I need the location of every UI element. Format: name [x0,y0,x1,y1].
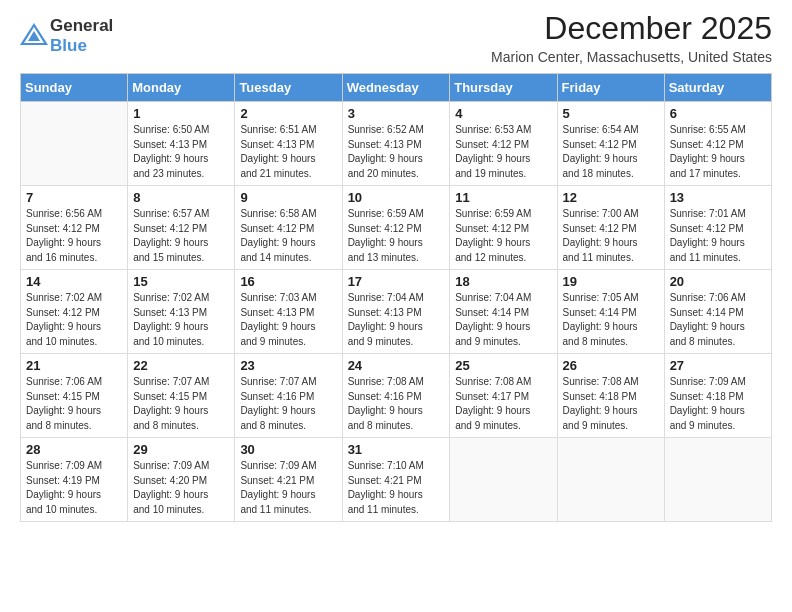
day-info: Sunrise: 7:07 AM Sunset: 4:16 PM Dayligh… [240,375,336,433]
day-info: Sunrise: 7:03 AM Sunset: 4:13 PM Dayligh… [240,291,336,349]
location-title: Marion Center, Massachusetts, United Sta… [491,49,772,65]
day-info: Sunrise: 6:59 AM Sunset: 4:12 PM Dayligh… [455,207,551,265]
day-number: 5 [563,106,659,121]
calendar-cell: 15Sunrise: 7:02 AM Sunset: 4:13 PM Dayli… [128,270,235,354]
day-info: Sunrise: 6:55 AM Sunset: 4:12 PM Dayligh… [670,123,766,181]
calendar-cell: 24Sunrise: 7:08 AM Sunset: 4:16 PM Dayli… [342,354,450,438]
calendar-cell: 22Sunrise: 7:07 AM Sunset: 4:15 PM Dayli… [128,354,235,438]
header-saturday: Saturday [664,74,771,102]
day-number: 27 [670,358,766,373]
day-info: Sunrise: 7:08 AM Sunset: 4:18 PM Dayligh… [563,375,659,433]
calendar-cell: 30Sunrise: 7:09 AM Sunset: 4:21 PM Dayli… [235,438,342,522]
week-row-0: 1Sunrise: 6:50 AM Sunset: 4:13 PM Daylig… [21,102,772,186]
month-title: December 2025 [491,10,772,47]
header-tuesday: Tuesday [235,74,342,102]
day-number: 4 [455,106,551,121]
week-row-2: 14Sunrise: 7:02 AM Sunset: 4:12 PM Dayli… [21,270,772,354]
day-info: Sunrise: 7:10 AM Sunset: 4:21 PM Dayligh… [348,459,445,517]
calendar-cell: 20Sunrise: 7:06 AM Sunset: 4:14 PM Dayli… [664,270,771,354]
calendar-cell: 10Sunrise: 6:59 AM Sunset: 4:12 PM Dayli… [342,186,450,270]
calendar-cell: 2Sunrise: 6:51 AM Sunset: 4:13 PM Daylig… [235,102,342,186]
day-number: 20 [670,274,766,289]
calendar-cell: 25Sunrise: 7:08 AM Sunset: 4:17 PM Dayli… [450,354,557,438]
day-info: Sunrise: 6:53 AM Sunset: 4:12 PM Dayligh… [455,123,551,181]
calendar-cell: 6Sunrise: 6:55 AM Sunset: 4:12 PM Daylig… [664,102,771,186]
calendar-cell: 9Sunrise: 6:58 AM Sunset: 4:12 PM Daylig… [235,186,342,270]
day-info: Sunrise: 6:57 AM Sunset: 4:12 PM Dayligh… [133,207,229,265]
day-info: Sunrise: 6:52 AM Sunset: 4:13 PM Dayligh… [348,123,445,181]
day-number: 24 [348,358,445,373]
day-number: 19 [563,274,659,289]
calendar-cell: 27Sunrise: 7:09 AM Sunset: 4:18 PM Dayli… [664,354,771,438]
day-number: 23 [240,358,336,373]
day-info: Sunrise: 6:56 AM Sunset: 4:12 PM Dayligh… [26,207,122,265]
calendar-cell: 16Sunrise: 7:03 AM Sunset: 4:13 PM Dayli… [235,270,342,354]
day-info: Sunrise: 7:05 AM Sunset: 4:14 PM Dayligh… [563,291,659,349]
day-info: Sunrise: 7:08 AM Sunset: 4:16 PM Dayligh… [348,375,445,433]
calendar-header-row: SundayMondayTuesdayWednesdayThursdayFrid… [21,74,772,102]
calendar-cell: 17Sunrise: 7:04 AM Sunset: 4:13 PM Dayli… [342,270,450,354]
day-number: 11 [455,190,551,205]
calendar-cell: 29Sunrise: 7:09 AM Sunset: 4:20 PM Dayli… [128,438,235,522]
calendar-cell: 1Sunrise: 6:50 AM Sunset: 4:13 PM Daylig… [128,102,235,186]
day-info: Sunrise: 6:54 AM Sunset: 4:12 PM Dayligh… [563,123,659,181]
day-info: Sunrise: 6:58 AM Sunset: 4:12 PM Dayligh… [240,207,336,265]
day-info: Sunrise: 7:06 AM Sunset: 4:15 PM Dayligh… [26,375,122,433]
day-info: Sunrise: 7:02 AM Sunset: 4:12 PM Dayligh… [26,291,122,349]
title-area: December 2025 Marion Center, Massachuset… [491,10,772,65]
calendar-cell: 18Sunrise: 7:04 AM Sunset: 4:14 PM Dayli… [450,270,557,354]
day-info: Sunrise: 7:09 AM Sunset: 4:21 PM Dayligh… [240,459,336,517]
day-number: 17 [348,274,445,289]
day-info: Sunrise: 7:04 AM Sunset: 4:14 PM Dayligh… [455,291,551,349]
calendar-cell: 23Sunrise: 7:07 AM Sunset: 4:16 PM Dayli… [235,354,342,438]
day-info: Sunrise: 7:00 AM Sunset: 4:12 PM Dayligh… [563,207,659,265]
calendar-cell [664,438,771,522]
day-number: 21 [26,358,122,373]
logo-blue: Blue [50,36,87,55]
calendar-cell: 5Sunrise: 6:54 AM Sunset: 4:12 PM Daylig… [557,102,664,186]
day-info: Sunrise: 7:09 AM Sunset: 4:20 PM Dayligh… [133,459,229,517]
week-row-3: 21Sunrise: 7:06 AM Sunset: 4:15 PM Dayli… [21,354,772,438]
page-header: General Blue December 2025 Marion Center… [20,10,772,65]
calendar-cell: 19Sunrise: 7:05 AM Sunset: 4:14 PM Dayli… [557,270,664,354]
day-number: 13 [670,190,766,205]
header-friday: Friday [557,74,664,102]
day-number: 8 [133,190,229,205]
day-info: Sunrise: 6:51 AM Sunset: 4:13 PM Dayligh… [240,123,336,181]
calendar-cell: 12Sunrise: 7:00 AM Sunset: 4:12 PM Dayli… [557,186,664,270]
header-sunday: Sunday [21,74,128,102]
calendar-cell: 21Sunrise: 7:06 AM Sunset: 4:15 PM Dayli… [21,354,128,438]
header-thursday: Thursday [450,74,557,102]
header-monday: Monday [128,74,235,102]
day-number: 30 [240,442,336,457]
day-info: Sunrise: 7:07 AM Sunset: 4:15 PM Dayligh… [133,375,229,433]
calendar-cell: 3Sunrise: 6:52 AM Sunset: 4:13 PM Daylig… [342,102,450,186]
calendar-table: SundayMondayTuesdayWednesdayThursdayFrid… [20,73,772,522]
calendar-body: 1Sunrise: 6:50 AM Sunset: 4:13 PM Daylig… [21,102,772,522]
day-number: 18 [455,274,551,289]
day-number: 25 [455,358,551,373]
day-number: 10 [348,190,445,205]
calendar-cell: 28Sunrise: 7:09 AM Sunset: 4:19 PM Dayli… [21,438,128,522]
calendar-cell: 11Sunrise: 6:59 AM Sunset: 4:12 PM Dayli… [450,186,557,270]
logo: General Blue [20,16,113,56]
day-number: 26 [563,358,659,373]
calendar-cell [21,102,128,186]
day-info: Sunrise: 7:08 AM Sunset: 4:17 PM Dayligh… [455,375,551,433]
day-number: 9 [240,190,336,205]
day-number: 2 [240,106,336,121]
day-number: 6 [670,106,766,121]
logo-general: General [50,16,113,36]
day-number: 15 [133,274,229,289]
calendar-cell: 14Sunrise: 7:02 AM Sunset: 4:12 PM Dayli… [21,270,128,354]
calendar-cell [557,438,664,522]
calendar-cell: 7Sunrise: 6:56 AM Sunset: 4:12 PM Daylig… [21,186,128,270]
calendar-cell: 8Sunrise: 6:57 AM Sunset: 4:12 PM Daylig… [128,186,235,270]
day-info: Sunrise: 7:04 AM Sunset: 4:13 PM Dayligh… [348,291,445,349]
week-row-1: 7Sunrise: 6:56 AM Sunset: 4:12 PM Daylig… [21,186,772,270]
calendar-cell: 26Sunrise: 7:08 AM Sunset: 4:18 PM Dayli… [557,354,664,438]
week-row-4: 28Sunrise: 7:09 AM Sunset: 4:19 PM Dayli… [21,438,772,522]
day-number: 16 [240,274,336,289]
day-info: Sunrise: 7:06 AM Sunset: 4:14 PM Dayligh… [670,291,766,349]
day-info: Sunrise: 6:59 AM Sunset: 4:12 PM Dayligh… [348,207,445,265]
